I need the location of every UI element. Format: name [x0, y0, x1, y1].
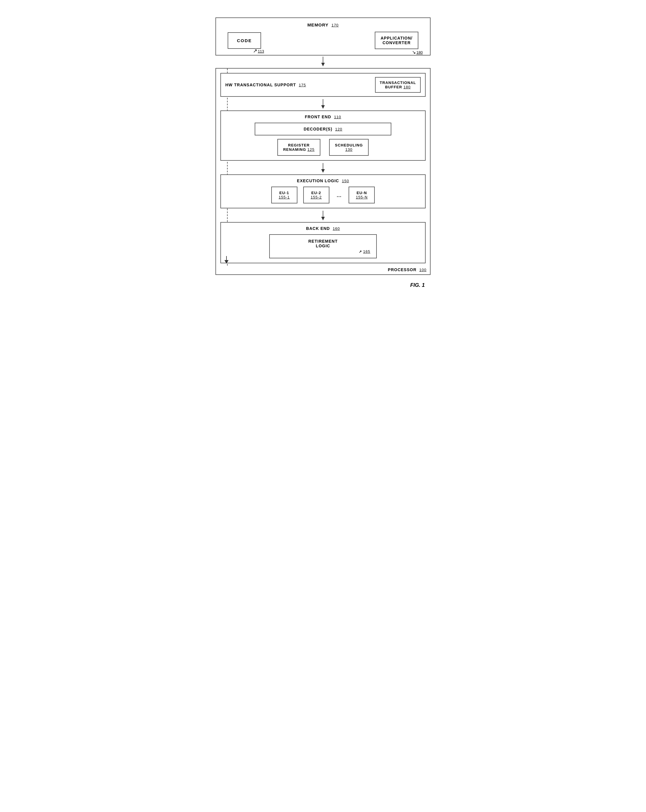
front-end-ref: 110	[334, 115, 341, 119]
hw-transactional-box: HW TRANSACTIONAL SUPPORT 175 TRANSACTION…	[220, 73, 426, 97]
scheduling-label-text: SCHEDULING	[335, 143, 363, 147]
eu-ellipsis-text: ...	[337, 192, 342, 198]
decoders-label: DECODER(S)	[304, 127, 332, 131]
scheduling-label: SCHEDULING	[335, 143, 363, 147]
eu-row: EU-1 155-1 EU-2 155-2 ... EU-N 155-N	[225, 186, 421, 203]
fig-label: FIG. 1	[215, 282, 431, 288]
dashed-arrow-svg	[224, 256, 229, 264]
code-box: CODE	[228, 32, 261, 49]
arrow-svg-4	[319, 211, 327, 221]
memory-inner: CODE ↗113 APPLICATION/ CONVERTER ↘180	[222, 32, 424, 49]
execution-to-backend-arrow	[220, 211, 426, 221]
back-end-box: BACK END 160 RETIREMENT LOGIC ↗ 165	[220, 222, 426, 263]
retirement-line1: RETIREMENT	[276, 239, 370, 244]
app-converter-ref: 180	[416, 50, 423, 55]
back-end-label: BACK END	[306, 226, 330, 231]
svg-marker-1	[321, 63, 325, 66]
scheduling-box: SCHEDULING 130	[329, 139, 369, 156]
page-container: MEMORY 170 CODE ↗113 APPLICATI	[209, 12, 437, 294]
arrow-svg-3	[319, 163, 327, 173]
memory-label: MEMORY	[307, 22, 328, 27]
memory-box: MEMORY 170 CODE ↗113 APPLICATI	[215, 17, 431, 55]
front-end-label: FRONT END	[305, 114, 331, 119]
memory-title: MEMORY 170	[222, 22, 424, 27]
front-end-box: FRONT END 110 DECODER(S) 120 REGISTER RE…	[220, 110, 426, 161]
app-converter-line2: CONVERTER	[380, 40, 412, 45]
decoders-ref: 120	[335, 127, 342, 131]
register-renaming-box: REGISTER RENAMING 125	[277, 139, 321, 156]
eu1-box: EU-1 155-1	[271, 186, 298, 203]
memory-to-processor-arrow	[215, 56, 431, 67]
retirement-line2: LOGIC	[276, 244, 370, 248]
back-end-title: BACK END 160	[225, 226, 421, 231]
diagram-area: MEMORY 170 CODE ↗113 APPLICATI	[209, 12, 437, 294]
code-label: CODE	[237, 38, 252, 43]
transactional-buffer-line2: BUFFER 180	[380, 85, 416, 89]
scheduling-ref: 130	[345, 147, 353, 152]
app-converter-ref-label: ↘180	[412, 49, 423, 55]
eu-ellipsis: ...	[335, 186, 343, 203]
fig-label-text: FIG. 1	[410, 282, 425, 288]
hw-transactional-text: HW TRANSACTIONAL SUPPORT	[225, 82, 296, 87]
frontend-to-execution-arrow	[220, 163, 426, 173]
hw-transactional-label: HW TRANSACTIONAL SUPPORT 175	[225, 82, 306, 87]
register-renaming-line2: RENAMING 125	[283, 147, 315, 152]
eu1-label: EU-1	[277, 191, 292, 195]
eun-box: EU-N 155-N	[348, 186, 375, 203]
transactional-buffer-line1: TRANSACTIONAL	[380, 81, 416, 85]
register-renaming-ref: 125	[307, 147, 315, 152]
retirement-ref-line: ↗ 165	[276, 249, 370, 254]
svg-marker-7	[321, 217, 325, 220]
front-end-title: FRONT END 110	[225, 114, 421, 119]
hw-transactional-ref: 175	[299, 83, 306, 87]
svg-marker-3	[321, 105, 325, 109]
eu2-box: EU-2 155-2	[303, 186, 329, 203]
register-renaming-line1: REGISTER	[283, 143, 315, 147]
execution-title: EXECUTION LOGIC 150	[225, 179, 421, 183]
eun-label: EU-N	[354, 191, 369, 195]
arrow-svg-1	[319, 56, 327, 67]
code-ref: 113	[258, 49, 264, 53]
execution-box: EXECUTION LOGIC 150 EU-1 155-1 EU-2 155-…	[220, 174, 426, 208]
processor-text: PROCESSOR	[388, 267, 416, 272]
hw-to-frontend-arrow	[220, 99, 426, 109]
memory-ref: 170	[331, 23, 339, 27]
eu1-ref: 155-1	[279, 195, 290, 199]
eu2-ref: 155-2	[311, 195, 322, 199]
transactional-buffer-ref: 180	[403, 85, 411, 89]
svg-marker-5	[321, 169, 325, 172]
code-ref-label: ↗113	[253, 48, 264, 54]
scheduling-ref-text: 130	[335, 147, 363, 152]
eun-ref: 155-N	[356, 195, 368, 199]
code-container: CODE ↗113	[228, 32, 261, 49]
processor-label: PROCESSOR 100	[388, 267, 426, 272]
app-converter-box: APPLICATION/ CONVERTER	[375, 32, 418, 49]
arrow-svg-2	[319, 99, 327, 109]
eu2-label: EU-2	[309, 191, 324, 195]
processor-ref: 100	[419, 268, 426, 272]
processor-box: HW TRANSACTIONAL SUPPORT 175 TRANSACTION…	[215, 68, 431, 275]
retirement-ref: 165	[363, 249, 370, 254]
execution-ref: 150	[342, 179, 349, 183]
app-converter-line1: APPLICATION/	[380, 36, 412, 40]
retirement-box: RETIREMENT LOGIC ↗ 165	[269, 234, 377, 258]
dashed-bottom-arrow	[224, 256, 229, 264]
app-converter-container: APPLICATION/ CONVERTER ↘180	[375, 32, 418, 49]
svg-marker-9	[224, 260, 229, 264]
back-end-ref: 160	[333, 226, 340, 231]
decoders-box: DECODER(S) 120	[255, 123, 391, 136]
transactional-buffer-box: TRANSACTIONAL BUFFER 180	[375, 77, 421, 93]
execution-label: EXECUTION LOGIC	[297, 179, 339, 183]
rename-scheduling-row: REGISTER RENAMING 125 SCHEDULING 130	[225, 139, 421, 156]
